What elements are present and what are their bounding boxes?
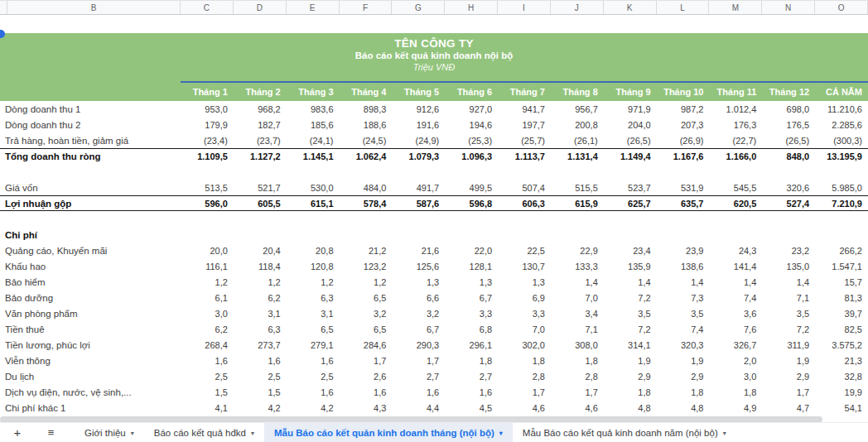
- value-cell[interactable]: 531,9: [657, 180, 710, 195]
- value-cell[interactable]: 4,1: [181, 400, 234, 416]
- value-cell[interactable]: 513,5: [181, 180, 234, 195]
- value-cell[interactable]: 19,9: [815, 384, 868, 400]
- value-cell[interactable]: [181, 227, 234, 243]
- value-cell[interactable]: 3,0: [181, 305, 234, 321]
- value-cell[interactable]: 176,5: [762, 117, 815, 132]
- value-cell[interactable]: 1,7: [762, 384, 815, 400]
- month-column-header[interactable]: Tháng 6: [445, 81, 498, 101]
- value-cell[interactable]: 120,8: [287, 258, 340, 274]
- value-cell[interactable]: 1,2: [340, 274, 393, 290]
- value-cell[interactable]: 21,3: [815, 353, 868, 368]
- value-cell[interactable]: 320,3: [657, 337, 710, 353]
- value-cell[interactable]: 698,0: [762, 101, 815, 117]
- value-cell[interactable]: 3,6: [709, 305, 762, 321]
- value-cell[interactable]: [498, 164, 551, 180]
- value-cell[interactable]: 21,2: [340, 243, 393, 258]
- value-cell[interactable]: 22,5: [498, 243, 551, 258]
- month-column-header[interactable]: Tháng 3: [287, 81, 340, 101]
- value-cell[interactable]: 6,5: [340, 321, 393, 337]
- value-cell[interactable]: [392, 211, 445, 227]
- value-cell[interactable]: 2,7: [445, 368, 498, 384]
- value-cell[interactable]: 1,7: [498, 384, 551, 400]
- column-header-L[interactable]: L: [657, 1, 710, 14]
- value-cell[interactable]: 1.547,1: [815, 258, 868, 274]
- value-cell[interactable]: 2,5: [181, 368, 234, 384]
- row-label-cell[interactable]: Giá vốn: [0, 180, 181, 195]
- value-cell[interactable]: 1.127,2: [234, 149, 287, 164]
- value-cell[interactable]: 6,9: [498, 290, 551, 305]
- value-cell[interactable]: [181, 211, 234, 227]
- value-cell[interactable]: 1,3: [498, 274, 551, 290]
- value-cell[interactable]: 302,0: [498, 337, 551, 353]
- month-column-header[interactable]: Tháng 11: [709, 81, 762, 101]
- value-cell[interactable]: 311,9: [762, 337, 815, 353]
- value-cell[interactable]: (23,7): [234, 132, 287, 148]
- value-cell[interactable]: [551, 164, 604, 180]
- value-cell[interactable]: 4,4: [392, 400, 445, 416]
- value-cell[interactable]: [762, 227, 815, 243]
- value-cell[interactable]: 7,2: [604, 321, 657, 337]
- value-cell[interactable]: 182,7: [234, 117, 287, 132]
- value-cell[interactable]: 912,6: [392, 101, 445, 117]
- value-cell[interactable]: 1,8: [657, 384, 710, 400]
- column-header-D[interactable]: D: [234, 1, 287, 14]
- value-cell[interactable]: 1,6: [287, 353, 340, 368]
- row-label-cell[interactable]: Tổng doanh thu ròng: [0, 149, 181, 164]
- value-cell[interactable]: 1.079,3: [392, 149, 445, 164]
- value-cell[interactable]: 7,4: [709, 290, 762, 305]
- value-cell[interactable]: 179,9: [181, 117, 234, 132]
- sheet-tab[interactable]: Giới thiệu▾: [75, 423, 144, 442]
- value-cell[interactable]: 2,5: [234, 368, 287, 384]
- value-cell[interactable]: 956,7: [551, 101, 604, 117]
- value-cell[interactable]: 1,6: [392, 384, 445, 400]
- value-cell[interactable]: 4,5: [445, 400, 498, 416]
- value-cell[interactable]: 1.062,4: [340, 149, 393, 164]
- value-cell[interactable]: 24,3: [709, 243, 762, 258]
- value-cell[interactable]: 1.145,1: [287, 149, 340, 164]
- value-cell[interactable]: 2.285,6: [815, 117, 868, 132]
- value-cell[interactable]: 3,3: [498, 305, 551, 321]
- value-cell[interactable]: 6,7: [445, 290, 498, 305]
- value-cell[interactable]: 4,7: [762, 400, 815, 416]
- column-header-J[interactable]: J: [551, 1, 604, 14]
- sheet-tab[interactable]: Mẫu Báo cáo kết quả kinh doanh năm (nội …: [513, 423, 736, 442]
- value-cell[interactable]: 927,0: [445, 101, 498, 117]
- value-cell[interactable]: 138,6: [657, 258, 710, 274]
- value-cell[interactable]: [498, 211, 551, 227]
- row-label-cell[interactable]: Tiền thuê: [0, 321, 181, 337]
- value-cell[interactable]: 625,7: [604, 196, 657, 210]
- value-cell[interactable]: 284,6: [340, 337, 393, 353]
- value-cell[interactable]: 326,7: [709, 337, 762, 353]
- value-cell[interactable]: 1,9: [762, 353, 815, 368]
- value-cell[interactable]: 39,7: [815, 305, 868, 321]
- value-cell[interactable]: 1,4: [762, 274, 815, 290]
- value-cell[interactable]: [709, 227, 762, 243]
- value-cell[interactable]: 2,5: [287, 368, 340, 384]
- value-cell[interactable]: 3,3: [445, 305, 498, 321]
- value-cell[interactable]: 135,0: [762, 258, 815, 274]
- column-header-B[interactable]: B: [7, 1, 181, 14]
- column-header-O[interactable]: O: [815, 1, 868, 14]
- value-cell[interactable]: 3,1: [234, 305, 287, 321]
- chevron-down-icon[interactable]: ▾: [723, 430, 726, 437]
- value-cell[interactable]: 7,6: [709, 321, 762, 337]
- value-cell[interactable]: 6,3: [234, 321, 287, 337]
- value-cell[interactable]: 1,4: [551, 274, 604, 290]
- value-cell[interactable]: 7,0: [498, 321, 551, 337]
- value-cell[interactable]: 6,5: [340, 290, 393, 305]
- value-cell[interactable]: 197,7: [498, 117, 551, 132]
- value-cell[interactable]: 2,9: [762, 368, 815, 384]
- value-cell[interactable]: 6,7: [392, 321, 445, 337]
- value-cell[interactable]: 273,7: [234, 337, 287, 353]
- value-cell[interactable]: 1.131,4: [551, 149, 604, 164]
- value-cell[interactable]: (26,9): [657, 132, 710, 148]
- value-cell[interactable]: 23,9: [657, 243, 710, 258]
- value-cell[interactable]: (24,9): [392, 132, 445, 148]
- row-label-cell[interactable]: Lợi nhuận gộp: [0, 196, 181, 210]
- value-cell[interactable]: 7,1: [551, 321, 604, 337]
- value-cell[interactable]: 2,8: [498, 368, 551, 384]
- value-cell[interactable]: 530,0: [287, 180, 340, 195]
- value-cell[interactable]: [709, 211, 762, 227]
- value-cell[interactable]: 194,6: [445, 117, 498, 132]
- value-cell[interactable]: 308,0: [551, 337, 604, 353]
